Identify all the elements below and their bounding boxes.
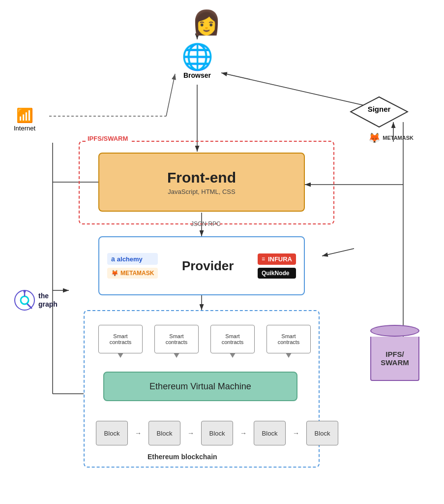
smart-contracts-row: Smartcontracts Smartcontracts Smartcontr… — [98, 325, 311, 353]
evm-box: Ethereum Virtual Machine — [103, 372, 297, 401]
provider-box: a alchemy 🦊 METAMASK Provider ≡ INFURA Q… — [98, 236, 305, 295]
browser-box: 🌐 Browser — [175, 39, 219, 84]
block-arrow-4: → — [293, 429, 299, 437]
evm-label: Ethereum Virtual Machine — [149, 381, 251, 392]
quiknode-logo: QuikNode — [258, 268, 296, 279]
json-rpc-label: JSON RPC — [191, 220, 221, 227]
block-3: Block — [201, 421, 233, 445]
frontend-title: Front-end — [167, 169, 236, 186]
infura-icon: ≡ — [262, 255, 265, 262]
metamask-icon: 🦊 — [368, 132, 381, 144]
provider-right-logos: ≡ INFURA QuikNode — [258, 253, 296, 279]
ipfs-swarm-label: IPFS/SWARM — [86, 135, 130, 142]
provider-label: Provider — [163, 258, 252, 274]
svg-line-5 — [166, 74, 175, 116]
svg-point-32 — [24, 290, 26, 293]
blocks-row: Block → Block → Block → Block → Block — [96, 421, 338, 445]
browser-label: Browser — [183, 71, 211, 79]
provider-left-logos: a alchemy 🦊 METAMASK — [107, 253, 158, 279]
metamask-label: METAMASK — [383, 135, 414, 141]
block-arrow-2: → — [187, 429, 194, 437]
the-graph-text: the graph — [38, 292, 58, 309]
block-arrow-1: → — [135, 429, 142, 437]
smart-contract-2: Smartcontracts — [154, 325, 199, 353]
svg-line-33 — [28, 304, 31, 308]
infura-logo: ≡ INFURA — [258, 253, 296, 265]
alchemy-logo: a alchemy — [107, 253, 158, 265]
cylinder-top — [370, 325, 419, 337]
alchemy-icon: a — [111, 255, 115, 263]
frontend-box: Front-end JavaScript, HTML, CSS — [98, 153, 305, 212]
ipfs-cylinder: IPFS/ SWARM — [370, 325, 419, 381]
block-1: Block — [96, 421, 128, 445]
smart-contract-3: Smartcontracts — [210, 325, 255, 353]
user-icon: 👩 — [192, 9, 221, 36]
the-graph-logo: the graph — [14, 289, 58, 311]
architecture-diagram: 👩 🌐 Browser 📶 Internet Signer 🦊 METAMASK… — [0, 0, 444, 504]
signer-container: Signer — [350, 96, 409, 128]
ethereum-blockchain-label: Ethereum blockchain — [148, 453, 217, 461]
svg-line-27 — [322, 249, 354, 256]
internet-label: 📶 Internet — [14, 107, 35, 132]
block-arrow-3: → — [240, 429, 247, 437]
svg-point-30 — [21, 296, 29, 304]
provider-metamask-logo: 🦊 METAMASK — [107, 268, 158, 279]
graph-svg-icon — [14, 289, 35, 311]
smart-contract-1: Smartcontracts — [98, 325, 143, 353]
frontend-subtitle: JavaScript, HTML, CSS — [168, 188, 235, 195]
signer-label: Signer — [350, 105, 409, 113]
provider-metamask-icon: 🦊 — [111, 270, 118, 277]
block-2: Block — [148, 421, 180, 445]
metamask-signer: 🦊 METAMASK — [368, 132, 414, 144]
block-4: Block — [254, 421, 286, 445]
internet-text: Internet — [14, 125, 35, 132]
smart-contract-4: Smartcontracts — [266, 325, 311, 353]
browser-icon: 🌐 — [181, 44, 213, 69]
cylinder-body: IPFS/ SWARM — [370, 337, 419, 381]
wifi-icon: 📶 — [16, 107, 33, 124]
block-5: Block — [306, 421, 338, 445]
